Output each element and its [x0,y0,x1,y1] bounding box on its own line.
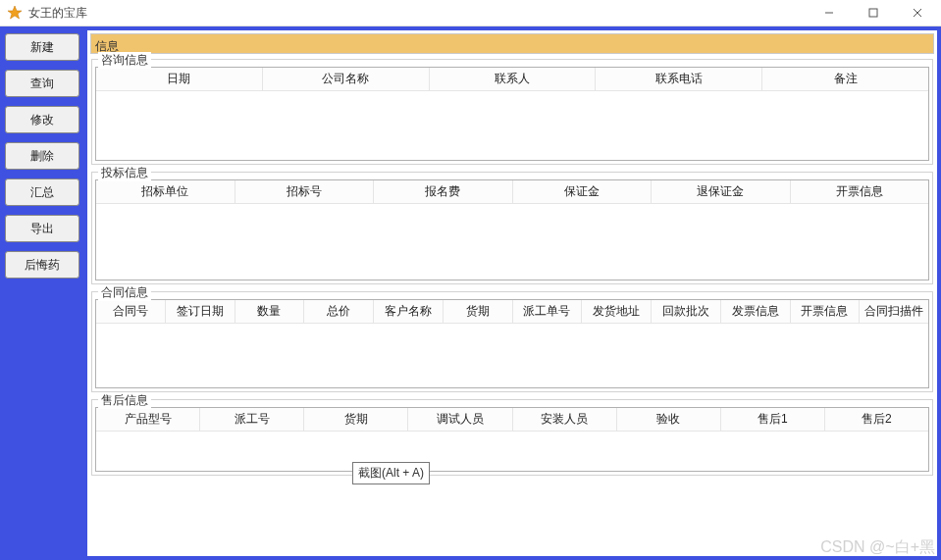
col-total[interactable]: 总价 [304,300,374,324]
col-debug-staff[interactable]: 调试人员 [408,408,512,432]
section-consult: 咨询信息 日期 公司名称 联系人 联系电话 备注 [91,59,933,165]
delete-button[interactable]: 删除 [5,142,79,170]
content-panel: 信息 咨询信息 日期 公司名称 联系人 联系电话 备注 投标信息 招标单位 招 [85,28,939,558]
col-customer[interactable]: 客户名称 [374,300,444,324]
window-title: 女王的宝库 [28,5,87,22]
minimize-button[interactable] [807,0,851,25]
panel-title: 信息 [95,39,119,53]
table-aftersale[interactable]: 产品型号 派工号 货期 调试人员 安装人员 验收 售后1 售后2 [95,407,929,472]
col-aftersale2[interactable]: 售后2 [825,408,928,432]
maximize-button[interactable] [851,0,895,25]
section-title-contract: 合同信息 [98,284,151,301]
col-remark[interactable]: 备注 [762,68,928,91]
col-invoice[interactable]: 发票信息 [721,300,791,324]
col-deposit[interactable]: 保证金 [513,180,653,204]
col-sign-date[interactable]: 签订日期 [166,300,235,324]
table-row: 招标单位 招标号 报名费 保证金 退保证金 开票信息 [96,180,928,204]
col-bid-unit[interactable]: 招标单位 [96,180,235,204]
undo-button[interactable]: 后悔药 [5,251,79,279]
section-contract: 合同信息 合同号 签订日期 数量 总价 客户名称 货期 派工单号 发货地址 回款… [91,291,933,392]
col-refund-deposit[interactable]: 退保证金 [652,180,791,204]
new-button[interactable]: 新建 [5,33,79,61]
col-dispatch[interactable]: 派工号 [200,408,304,432]
section-aftersale: 售后信息 产品型号 派工号 货期 调试人员 安装人员 验收 售后1 售后2 [91,399,933,476]
col-date[interactable]: 日期 [96,68,263,91]
col-aftersale1[interactable]: 售后1 [721,408,825,432]
col-acceptance[interactable]: 验收 [617,408,721,432]
col-payment-batch[interactable]: 回款批次 [652,300,721,324]
col-qty[interactable]: 数量 [235,300,305,324]
section-bid: 投标信息 招标单位 招标号 报名费 保证金 退保证金 开票信息 [91,172,933,284]
col-contact[interactable]: 联系人 [430,68,597,91]
query-button[interactable]: 查询 [5,70,79,97]
modify-button[interactable]: 修改 [5,106,79,133]
table-row: 合同号 签订日期 数量 总价 客户名称 货期 派工单号 发货地址 回款批次 发票… [96,300,928,324]
col-billing[interactable]: 开票信息 [791,300,861,324]
col-scan[interactable]: 合同扫描件 [860,300,928,324]
titlebar: 女王的宝库 [0,0,941,26]
col-company[interactable]: 公司名称 [263,68,430,91]
section-title-consult: 咨询信息 [98,52,151,69]
col-bid-no[interactable]: 招标号 [235,180,375,204]
col-delivery-date[interactable]: 货期 [444,300,513,324]
col-product-model[interactable]: 产品型号 [96,408,200,432]
section-title-bid: 投标信息 [98,165,151,181]
col-install-staff[interactable]: 安装人员 [513,408,617,432]
col-reg-fee[interactable]: 报名费 [374,180,513,204]
col-contract-no[interactable]: 合同号 [96,300,166,324]
app-icon [7,5,23,21]
col-phone[interactable]: 联系电话 [596,68,762,91]
col-ship-addr[interactable]: 发货地址 [582,300,652,324]
main-area: 新建 查询 修改 删除 汇总 导出 后悔药 信息 咨询信息 日期 公司名称 联系… [0,26,941,560]
screenshot-tooltip: 截图(Alt + A) [352,462,430,484]
col-delivery[interactable]: 货期 [304,408,408,432]
col-invoice-info[interactable]: 开票信息 [791,180,929,204]
section-title-aftersale: 售后信息 [98,392,151,409]
export-button[interactable]: 导出 [5,215,79,242]
table-consult[interactable]: 日期 公司名称 联系人 联系电话 备注 [95,67,929,161]
table-row: 产品型号 派工号 货期 调试人员 安装人员 验收 售后1 售后2 [96,408,928,432]
table-row: 日期 公司名称 联系人 联系电话 备注 [96,68,928,91]
col-dispatch-no[interactable]: 派工单号 [513,300,583,324]
table-bid[interactable]: 招标单位 招标号 报名费 保证金 退保证金 开票信息 [95,179,929,280]
close-button[interactable] [895,0,939,25]
table-contract[interactable]: 合同号 签订日期 数量 总价 客户名称 货期 派工单号 发货地址 回款批次 发票… [95,299,929,388]
svg-rect-2 [869,9,877,17]
summary-button[interactable]: 汇总 [5,178,79,206]
svg-marker-0 [8,6,22,19]
sidebar: 新建 查询 修改 删除 汇总 导出 后悔药 [2,28,85,558]
panel-title-bar: 信息 [90,33,934,54]
